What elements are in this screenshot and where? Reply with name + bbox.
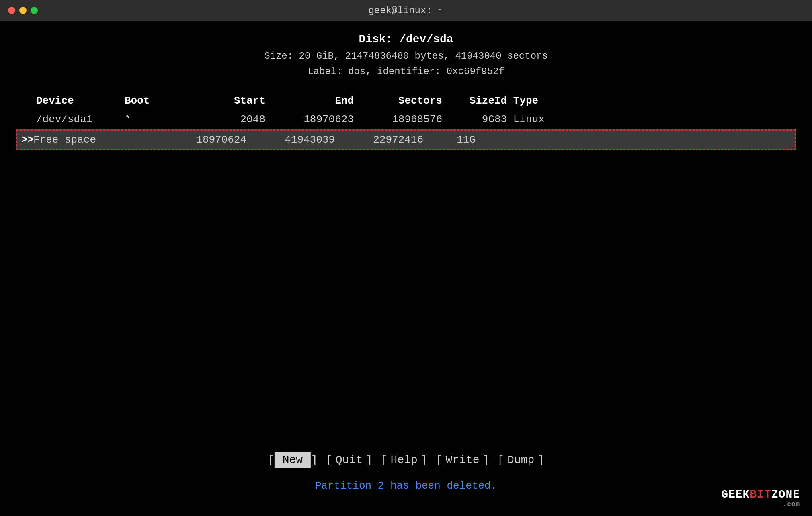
bracket-close: ]: [311, 454, 318, 466]
bracket-open: [: [381, 454, 388, 466]
window-title: geek@linux: ~: [368, 5, 443, 16]
free-space-sectors: 22972416: [335, 134, 423, 146]
bracket-close: ]: [537, 454, 544, 466]
free-space-idtype: [476, 134, 556, 146]
menu-dump[interactable]: [ Dump ]: [497, 454, 544, 466]
menu-write[interactable]: [ Write ]: [436, 454, 490, 466]
sda1-idtype: 83 Linux: [494, 113, 575, 125]
sda1-sectors: 18968576: [354, 113, 442, 125]
free-space-device: Free space: [33, 134, 106, 146]
watermark: GEEKBITZONE .com: [721, 488, 800, 508]
table-header: Device Boot Start End Sectors Size Id Ty…: [16, 92, 796, 110]
free-space-boot: [106, 134, 158, 146]
traffic-lights: [8, 7, 38, 14]
disk-title: Disk: /dev/sda: [16, 33, 796, 45]
menu-quit-label: Quit: [336, 454, 363, 466]
col-sectors-header: Sectors: [354, 95, 442, 107]
col-device-header: Device: [36, 95, 125, 107]
bracket-open: [: [497, 454, 504, 466]
table-row: /dev/sda1 * 2048 18970623 18968576 9G 83…: [16, 110, 796, 129]
bracket-open: [: [436, 454, 443, 466]
col-boot-header: Boot: [125, 95, 177, 107]
bracket-close: ]: [482, 454, 489, 466]
free-space-end: 41943039: [246, 134, 335, 146]
minimize-button[interactable]: [19, 7, 27, 14]
titlebar: geek@linux: ~: [0, 0, 812, 21]
bottom-menu: [ New ] [ Quit ] [ Help ] [ Write ] [ Du…: [268, 452, 544, 468]
bracket-open: [: [326, 454, 332, 466]
menu-new-label[interactable]: New: [275, 452, 311, 468]
menu-quit[interactable]: [ Quit ]: [326, 454, 373, 466]
free-space-start: 18970624: [158, 134, 246, 146]
menu-dump-label: Dump: [507, 454, 534, 466]
status-message: Partition 2 has been deleted.: [315, 480, 497, 492]
sda1-boot: *: [125, 113, 177, 125]
bracket-open: [: [268, 454, 275, 466]
watermark-geek: GEEK: [721, 488, 750, 501]
close-button[interactable]: [8, 7, 15, 14]
sda1-device: /dev/sda1: [36, 113, 125, 125]
menu-new[interactable]: [ New ]: [268, 452, 318, 468]
col-start-header: Start: [177, 95, 265, 107]
col-idtype-header: Id Type: [494, 95, 575, 107]
maximize-button[interactable]: [31, 7, 38, 14]
partition-table: Device Boot Start End Sectors Size Id Ty…: [16, 92, 796, 150]
bracket-close: ]: [421, 454, 428, 466]
disk-label-line: Label: dos, identifier: 0xc69f952f: [16, 64, 796, 79]
sda1-end: 18970623: [265, 113, 354, 125]
terminal: Disk: /dev/sda Size: 20 GiB, 21474836480…: [0, 21, 812, 516]
sda1-start: 2048: [177, 113, 265, 125]
menu-help-label: Help: [391, 454, 418, 466]
bracket-close: ]: [366, 454, 373, 466]
disk-size-line: Size: 20 GiB, 21474836480 bytes, 4194304…: [16, 49, 796, 64]
menu-write-label: Write: [445, 454, 479, 466]
watermark-bit: BIT: [750, 488, 771, 501]
sda1-size: 9G: [442, 113, 494, 125]
free-space-size: 11G: [423, 134, 476, 146]
watermark-com: .com: [721, 501, 800, 508]
free-space-row[interactable]: >> Free space 18970624 41943039 22972416…: [16, 129, 796, 150]
watermark-zone: ZONE: [771, 488, 800, 501]
col-end-header: End: [265, 95, 354, 107]
menu-help[interactable]: [ Help ]: [381, 454, 428, 466]
col-size-header: Size: [442, 95, 494, 107]
row-selector: >>: [17, 134, 33, 146]
disk-info: Disk: /dev/sda Size: 20 GiB, 21474836480…: [16, 33, 796, 80]
